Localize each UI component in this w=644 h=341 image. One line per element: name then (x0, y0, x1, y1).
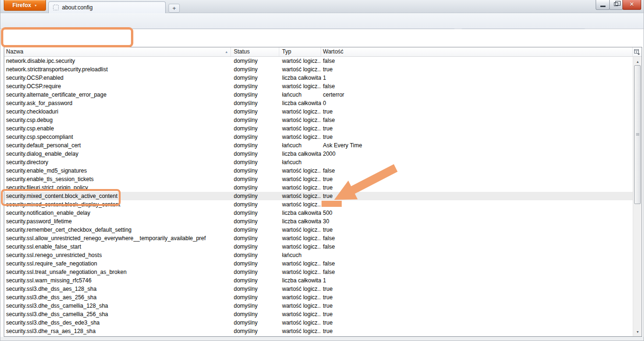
close-button[interactable]: ✕ (622, 0, 641, 10)
column-header-typ[interactable]: Typ (279, 47, 321, 56)
scrollbar-grip (636, 133, 639, 136)
table-row[interactable]: security.dialog_enable_delaydomyślnylicz… (4, 150, 642, 158)
pref-status-cell: domyślny (231, 318, 279, 327)
pref-type-cell: wartość logicz... (279, 65, 321, 74)
table-row[interactable]: security.directorydomyślnyłańcuch (4, 158, 642, 167)
pref-type-cell: łańcuch (279, 141, 321, 150)
table-row[interactable]: security.ssl3.dhe_dss_camellia_128_shado… (4, 302, 642, 310)
restore-button[interactable] (609, 0, 623, 10)
table-row[interactable]: security.csp.debugdomyślnywartość logicz… (4, 116, 642, 124)
table-row[interactable]: security.enable_tls_session_ticketsdomyś… (4, 175, 642, 183)
restore-icon (614, 2, 618, 6)
pref-name-cell: security.ssl3.dhe_dss_des_ede3_sha (4, 318, 231, 327)
table-row[interactable]: security.default_personal_certdomyślnyła… (4, 141, 642, 150)
table-row[interactable]: security.ssl.allow_unrestricted_renego_e… (4, 234, 642, 242)
navigation-toolbar: about:config ☆ ▼ ↻ g ▼ Google ★ ▼ (0, 13, 644, 29)
pref-status-cell: domyślny (231, 327, 279, 335)
table-row[interactable]: security.fileuri.strict_origin_policydom… (4, 183, 642, 192)
pref-status-cell: domyślny (231, 141, 279, 150)
pref-value-cell: true (321, 318, 642, 327)
firefox-app-button[interactable]: Firefox ▼ (4, 0, 46, 11)
table-row[interactable]: security.alternate_certificate_error_pag… (4, 91, 642, 99)
table-row[interactable]: network.stricttransportsecurity.preloadl… (4, 65, 642, 74)
table-row[interactable]: security.password_lifetimedomyślnyliczba… (4, 217, 642, 226)
pref-value-cell: false (321, 82, 642, 91)
table-row[interactable]: security.ssl3.dhe_dss_aes_128_shadomyśln… (4, 285, 642, 293)
minimize-button[interactable] (596, 0, 610, 10)
pref-value-cell: true (321, 133, 642, 141)
pref-value-cell (321, 158, 642, 167)
tab-about-config[interactable]: about:config (48, 1, 166, 13)
table-row[interactable]: security.ssl3.dhe_dss_des_ede3_shadomyśl… (4, 318, 642, 327)
table-row[interactable]: security.csp.speccompliantdomyślnywartoś… (4, 133, 642, 141)
table-row[interactable]: security.csp.enabledomyślnywartość logic… (4, 124, 642, 133)
column-picker-icon (634, 49, 640, 55)
pref-status-cell: domyślny (231, 192, 279, 200)
column-picker-button[interactable] (633, 47, 642, 56)
scrollbar-thumb[interactable] (634, 65, 641, 204)
pref-value-cell: true (321, 107, 642, 116)
table-row[interactable]: security.OCSP.enableddomyślnyliczba całk… (4, 74, 642, 82)
pref-value-cell: false (321, 57, 642, 65)
pref-name-cell: security.ssl.allow_unrestricted_renego_e… (4, 234, 231, 242)
table-row[interactable]: security.ssl.renego_unrestricted_hostsdo… (4, 251, 642, 259)
pref-name-cell: security.ssl.require_safe_negotiation (4, 259, 231, 268)
pref-name-cell: security.ssl3.dhe_dss_camellia_128_sha (4, 302, 231, 310)
table-row[interactable]: security.ssl3.dhe_rsa_aes_128_shadomyśln… (4, 327, 642, 335)
pref-status-cell: domyślny (231, 65, 279, 74)
scroll-up-icon[interactable]: ▲ (633, 58, 642, 65)
column-header-wartosc[interactable]: Wartość (321, 47, 633, 56)
pref-type-cell: liczba całkowita (279, 99, 321, 107)
pref-type-cell: wartość logicz... (279, 192, 321, 200)
pref-status-cell: domyślny (231, 276, 279, 285)
pref-type-cell: wartość logicz... (279, 259, 321, 268)
table-row[interactable]: network.disable.ipc.securitydomyślnywart… (4, 57, 642, 65)
table-row[interactable]: security.ask_for_passworddomyślnyliczba … (4, 99, 642, 107)
sort-ascending-icon: ▲ (225, 47, 228, 56)
pref-value-cell: false (321, 200, 642, 209)
new-tab-button[interactable]: + (169, 4, 180, 13)
pref-value-cell: 1 (321, 276, 642, 285)
pref-name-cell: security.ssl3.dhe_dss_aes_128_sha (4, 285, 231, 293)
pref-type-cell: wartość logicz... (279, 310, 321, 318)
column-header-status[interactable]: Status (231, 47, 279, 56)
table-row[interactable]: security.ssl.warn_missing_rfc5746domyśln… (4, 276, 642, 285)
table-row[interactable]: security.ssl.enable_false_startdomyślnyw… (4, 242, 642, 251)
pref-value-cell: true (321, 175, 642, 183)
table-row[interactable]: security.notification_enable_delaydomyśl… (4, 209, 642, 217)
pref-type-cell: liczba całkowita (279, 74, 321, 82)
vertical-scrollbar[interactable]: ▲ ▼ (633, 57, 642, 336)
scroll-down-icon[interactable]: ▼ (633, 328, 642, 335)
table-row[interactable]: security.ssl.treat_unsafe_negotiation_as… (4, 268, 642, 276)
pref-value-cell: true (321, 285, 642, 293)
pref-name-cell: security.ssl.warn_missing_rfc5746 (4, 276, 231, 285)
table-row[interactable]: security.OCSP.requiredomyślnywartość log… (4, 82, 642, 91)
table-row[interactable]: security.mixed_content.block_display_con… (4, 200, 642, 209)
pref-status-cell: domyślny (231, 107, 279, 116)
pref-type-cell: liczba całkowita (279, 150, 321, 158)
bottom-strip (0, 337, 644, 341)
pref-type-cell: wartość logicz... (279, 57, 321, 65)
table-row[interactable]: security.mixed_content.block_active_cont… (4, 192, 642, 200)
pref-status-cell: domyślny (231, 150, 279, 158)
table-row[interactable]: security.enable_md5_signaturesdomyślnywa… (4, 167, 642, 175)
pref-value-cell: 1 (321, 74, 642, 82)
pref-name-cell: network.stricttransportsecurity.preloadl… (4, 65, 231, 74)
pref-status-cell: domyślny (231, 209, 279, 217)
pref-status-cell: domyślny (231, 133, 279, 141)
pref-name-cell: security.enable_tls_session_tickets (4, 175, 231, 183)
pref-value-cell (321, 251, 642, 259)
pref-status-cell: domyślny (231, 183, 279, 192)
pref-name-cell: security.fileuri.strict_origin_policy (4, 183, 231, 192)
table-row[interactable]: security.ssl.require_safe_negotiationdom… (4, 259, 642, 268)
pref-name-cell: security.OCSP.enabled (4, 74, 231, 82)
column-header-nazwa[interactable]: Nazwa ▲ (4, 47, 231, 56)
pref-status-cell: domyślny (231, 217, 279, 226)
pref-status-cell: domyślny (231, 91, 279, 99)
table-row[interactable]: security.checkloaduridomyślnywartość log… (4, 107, 642, 116)
table-row[interactable]: security.ssl3.dhe_dss_aes_256_shadomyśln… (4, 293, 642, 302)
pref-type-cell: wartość logicz... (279, 82, 321, 91)
pref-name-cell: security.csp.speccompliant (4, 133, 231, 141)
table-row[interactable]: security.remember_cert_checkbox_default_… (4, 226, 642, 234)
table-row[interactable]: security.ssl3.dhe_dss_camellia_256_shado… (4, 310, 642, 318)
